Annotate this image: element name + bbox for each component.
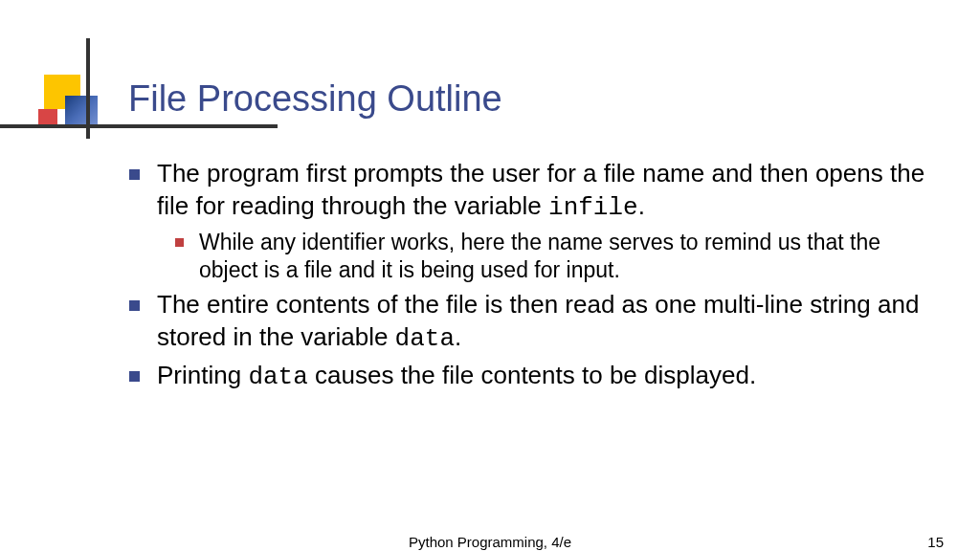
slide-title: File Processing Outline bbox=[128, 78, 502, 120]
bullet-2-text: The entire contents of the file is then … bbox=[157, 289, 943, 356]
text-span: . bbox=[638, 191, 645, 220]
page-number: 15 bbox=[927, 534, 944, 550]
slide-content: The program first prompts the user for a… bbox=[129, 158, 943, 398]
bullet-icon bbox=[129, 371, 140, 382]
bullet-3: Printing data causes the file contents t… bbox=[129, 360, 943, 394]
sub-bullet-1-text: While any identifier works, here the nam… bbox=[199, 229, 943, 286]
bullet-2: The entire contents of the file is then … bbox=[129, 289, 943, 356]
horizontal-rule bbox=[0, 124, 278, 128]
bullet-1-text: The program first prompts the user for a… bbox=[157, 158, 943, 225]
vertical-rule bbox=[86, 38, 90, 139]
bullet-icon bbox=[129, 169, 140, 180]
bullet-icon bbox=[129, 300, 140, 311]
code-span: data bbox=[395, 324, 455, 353]
text-span: causes the file contents to be displayed… bbox=[308, 361, 756, 389]
sub-bullet-icon bbox=[175, 238, 184, 247]
text-span: Printing bbox=[157, 361, 248, 389]
sub-bullet-1: While any identifier works, here the nam… bbox=[175, 229, 943, 286]
bullet-3-text: Printing data causes the file contents t… bbox=[157, 360, 756, 394]
text-span: The program first prompts the user for a… bbox=[157, 159, 924, 220]
logo-blue bbox=[65, 96, 98, 128]
code-span: infile bbox=[548, 193, 638, 222]
text-span: . bbox=[455, 322, 461, 351]
bullet-1: The program first prompts the user for a… bbox=[129, 158, 943, 225]
code-span: data bbox=[248, 363, 307, 391]
footer-book-title: Python Programming, 4/e bbox=[409, 534, 571, 550]
text-span: The entire contents of the file is then … bbox=[157, 290, 919, 351]
